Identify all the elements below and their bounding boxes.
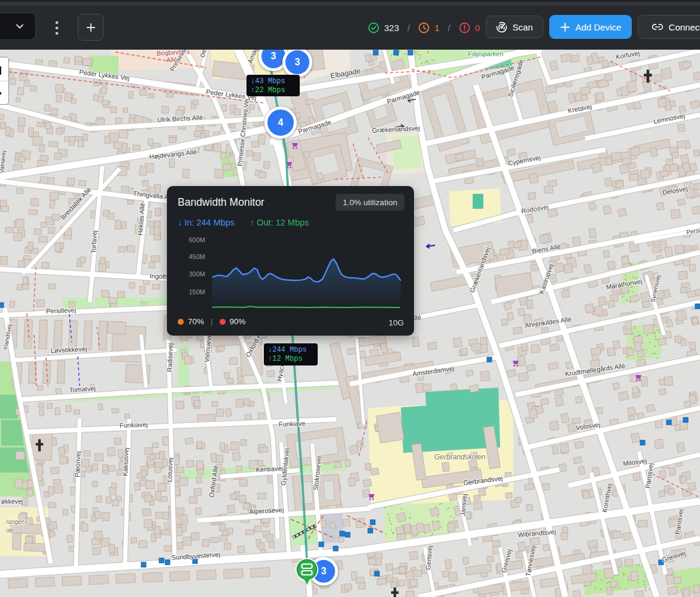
svg-text:Kentiavej: Kentiavej (255, 465, 283, 473)
svg-text:Funkiave: Funkiave (279, 419, 306, 428)
svg-text:Filipsparken: Filipsparken (468, 50, 503, 57)
svg-text:450M: 450M (188, 253, 205, 260)
svg-text:Lotusvej: Lotusvej (166, 458, 174, 482)
svg-text:Persillevej: Persillevej (46, 306, 77, 315)
svg-text:Gerbrandskolen: Gerbrandskolen (434, 453, 486, 461)
svg-text:Torfavej: Torfavej (90, 230, 98, 254)
svg-text:150M: 150M (188, 288, 205, 296)
svg-text:økkevej: økkevej (1, 498, 23, 505)
svg-text:300M: 300M (188, 270, 205, 278)
svg-text:Kaktusvej: Kaktusvej (121, 447, 130, 476)
svg-text:ole: ole (6, 527, 14, 534)
svg-text:Radisevej: Radisevej (166, 343, 174, 372)
svg-text:Pæonvej: Pæonvej (74, 451, 82, 477)
svg-text:rangens: rangens (6, 519, 28, 525)
svg-text:Funkiavej: Funkiavej (120, 421, 148, 429)
svg-text:600M: 600M (188, 236, 205, 243)
